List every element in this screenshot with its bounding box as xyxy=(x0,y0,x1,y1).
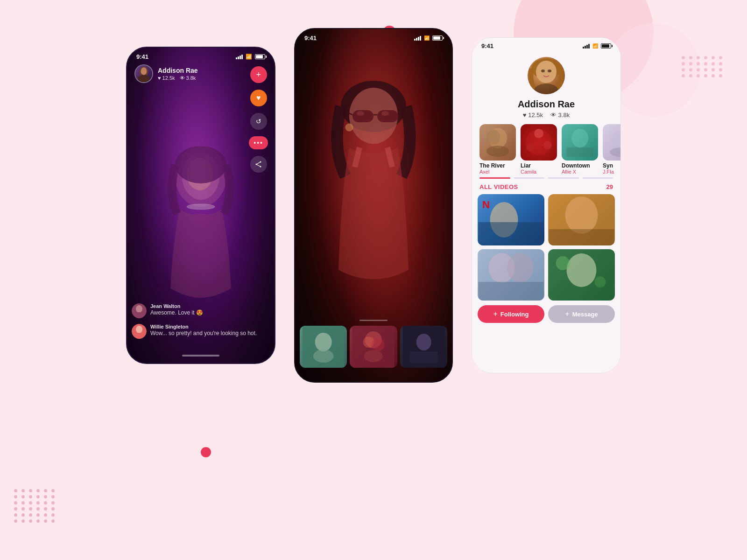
swipe-indicator-mid xyxy=(359,320,388,321)
wifi-icon-mid: 📶 xyxy=(424,35,430,41)
thumbnail-1[interactable] xyxy=(300,326,347,368)
video-thumb-4[interactable] xyxy=(548,249,615,301)
share-plain-button-left[interactable] xyxy=(250,156,267,173)
add-button-left[interactable]: + xyxy=(250,66,267,83)
video-thumb-3[interactable] xyxy=(478,249,544,301)
svg-point-52 xyxy=(526,144,534,151)
svg-point-51 xyxy=(534,129,543,138)
phone-mid: 9:41 📶 xyxy=(294,28,453,383)
svg-point-31 xyxy=(313,350,334,363)
phone-left: 9:41 📶 xyxy=(126,47,275,364)
all-videos-label: ALL VIDEOS xyxy=(479,183,518,190)
all-videos-header: ALL VIDEOS 29 xyxy=(472,179,620,194)
profile-name: Addison Rae xyxy=(518,99,575,110)
accent-dot-2 xyxy=(201,447,211,457)
svg-point-4 xyxy=(187,204,215,210)
svg-point-35 xyxy=(372,338,385,351)
progress-bar-3 xyxy=(548,177,579,179)
song-card-1[interactable]: The River Axel xyxy=(479,124,516,175)
svg-point-17 xyxy=(136,326,142,333)
svg-point-27 xyxy=(381,111,389,116)
svg-point-36 xyxy=(364,350,383,362)
bottom-buttons: + Following + Message xyxy=(472,301,620,328)
progress-bar-active xyxy=(479,177,510,179)
video-thumb-2[interactable] xyxy=(548,194,615,245)
phone-right: 9:41 📶 xyxy=(472,37,621,373)
svg-point-26 xyxy=(357,111,364,116)
following-button[interactable]: + Following xyxy=(478,305,544,323)
user-stats-left: ♥ 12.5k 👁 3.8k xyxy=(158,75,198,81)
comment-text-2: Wow... so pretty! and you're looking so … xyxy=(150,329,270,337)
song-artist-1: Axel xyxy=(479,169,516,175)
svg-point-47 xyxy=(487,130,500,145)
status-icons-mid: 📶 xyxy=(414,35,443,41)
thumbnail-2[interactable] xyxy=(350,326,397,368)
comment-content-1: Jean Walton Awesome. Love it 😍 xyxy=(150,303,270,317)
comment-row-2: Willie Singleton Wow... so pretty! and y… xyxy=(132,324,270,339)
video-thumb-1[interactable]: N xyxy=(478,194,544,245)
svg-point-64 xyxy=(565,196,598,234)
wifi-icon-right: 📶 xyxy=(592,43,598,49)
signal-icon-right xyxy=(583,44,590,49)
share-icon-left xyxy=(255,161,262,168)
profile-views: 👁 3.8k xyxy=(550,112,570,119)
svg-point-14 xyxy=(136,305,142,313)
song-title-4: Syn xyxy=(603,162,620,169)
message-button[interactable]: + Message xyxy=(548,305,615,323)
svg-point-28 xyxy=(345,124,353,131)
battery-icon-right xyxy=(601,43,611,49)
song-artist-3: Allie X xyxy=(562,169,598,175)
following-plus-icon: + xyxy=(493,310,498,318)
svg-rect-39 xyxy=(409,351,437,363)
woman-figure-mid xyxy=(308,74,439,307)
wifi-icon-left: 📶 xyxy=(246,54,252,60)
song-title-2: Liar xyxy=(521,162,557,169)
svg-point-44 xyxy=(534,84,558,94)
svg-line-12 xyxy=(256,164,261,167)
svg-point-55 xyxy=(571,129,588,147)
song-title-3: Downtown xyxy=(562,162,598,169)
profile-avatar xyxy=(528,57,565,94)
svg-point-7 xyxy=(141,68,147,75)
battery-icon-mid xyxy=(432,35,443,41)
song-artist-2: Camila xyxy=(521,169,557,175)
progress-bars xyxy=(472,175,620,179)
signal-icon-left xyxy=(236,55,243,59)
svg-point-72 xyxy=(556,256,570,270)
user-info-text-left: Addison Rae ♥ 12.5k 👁 3.8k xyxy=(158,67,198,81)
like-button-left[interactable]: ♥ xyxy=(250,90,267,106)
song-thumb-1 xyxy=(479,124,516,161)
phones-container: 9:41 📶 xyxy=(28,28,719,383)
song-card-2[interactable]: Liar Camila xyxy=(521,124,557,175)
comment-row-1: Jean Walton Awesome. Love it 😍 xyxy=(132,303,270,318)
svg-rect-62 xyxy=(479,222,544,245)
battery-icon-left xyxy=(255,54,265,59)
svg-point-3 xyxy=(175,146,226,183)
signal-icon-mid xyxy=(414,36,421,41)
song-thumb-4 xyxy=(603,124,620,161)
song-thumb-2 xyxy=(521,124,557,161)
more-button-left[interactable]: ••• xyxy=(249,136,268,149)
profile-stats: ♥ 12.5k 👁 3.8k xyxy=(523,112,570,119)
action-buttons-left: + ♥ ↺ ••• xyxy=(249,66,268,173)
share-button-left[interactable]: ↺ xyxy=(250,113,267,130)
status-icons-right: 📶 xyxy=(583,43,611,49)
song-title-1: The River xyxy=(479,162,516,169)
svg-point-73 xyxy=(595,276,606,287)
message-label: Message xyxy=(572,311,598,318)
svg-point-30 xyxy=(315,333,332,351)
svg-point-53 xyxy=(543,141,552,149)
song-card-4[interactable]: Syn J.Fla xyxy=(603,124,620,175)
profile-section: Addison Rae ♥ 12.5k 👁 3.8k xyxy=(472,49,620,124)
comment-avatar-1 xyxy=(132,303,147,318)
likes-stat-left: ♥ 12.5k xyxy=(158,75,175,81)
svg-point-43 xyxy=(548,70,551,72)
song-card-3[interactable]: Downtown Allie X xyxy=(562,124,598,175)
decorative-dots-grid-1 xyxy=(14,489,56,523)
svg-point-38 xyxy=(416,334,431,350)
thumbnail-3[interactable] xyxy=(400,326,447,368)
svg-rect-69 xyxy=(479,282,544,301)
avatar-left xyxy=(134,64,153,83)
svg-point-68 xyxy=(507,253,534,283)
progress-bar-2 xyxy=(514,177,545,179)
